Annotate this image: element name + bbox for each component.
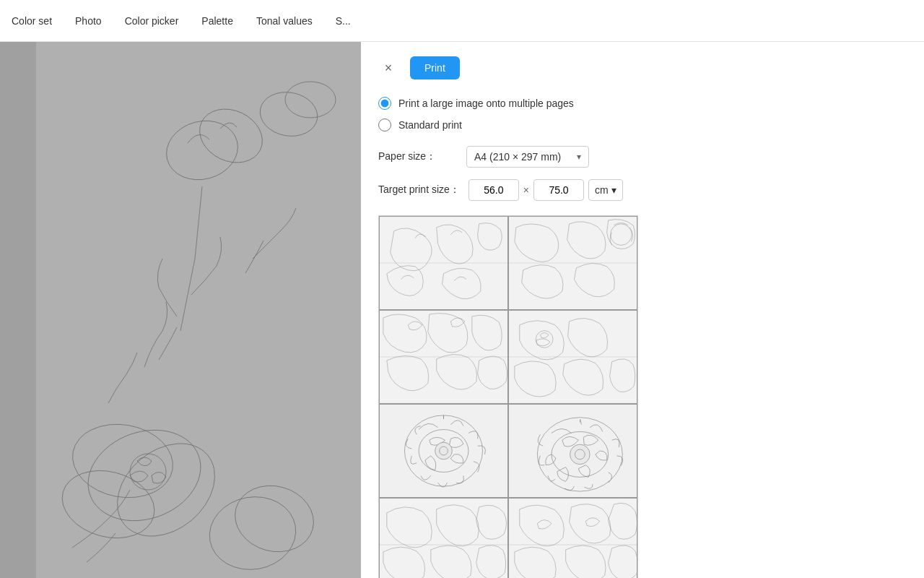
paper-size-value: A4 (210 × 297 mm)	[474, 151, 561, 163]
target-print-size-row: Target print size： × cm ▾	[378, 179, 907, 201]
paper-size-label: Paper size：	[378, 150, 458, 163]
preview-cell-1-2	[508, 216, 637, 310]
svg-rect-0	[36, 42, 361, 578]
size-separator: ×	[523, 184, 529, 196]
preview-cell-2-1	[379, 310, 508, 404]
close-icon: ×	[385, 61, 393, 76]
dialog-header: × Print	[378, 56, 907, 79]
preview-cell-3-2	[508, 404, 637, 498]
nav-item-color-set[interactable]: Color set	[12, 12, 52, 30]
nav-item-tonal-values[interactable]: Tonal values	[256, 12, 313, 30]
print-preview-grid	[378, 215, 638, 578]
background-sketch	[36, 42, 361, 578]
unit-value: cm	[595, 184, 609, 196]
size-inputs: × cm ▾	[468, 179, 623, 201]
main-area: × Print Print a large image onto multipl…	[0, 42, 924, 578]
photo-area	[0, 42, 361, 578]
print-options: Print a large image onto multiple pages …	[378, 97, 907, 131]
preview-cell-3-1	[379, 404, 508, 498]
height-input[interactable]	[533, 179, 584, 201]
print-panel: × Print Print a large image onto multipl…	[361, 42, 924, 578]
nav-item-more[interactable]: S...	[336, 12, 351, 30]
preview-cell-2-2	[508, 310, 637, 404]
sketch-overlay	[36, 42, 361, 578]
svg-point-30	[570, 444, 590, 465]
standard-print-option[interactable]: Standard print	[378, 118, 907, 131]
unit-chevron-icon: ▾	[611, 184, 616, 196]
preview-cell-1-1	[379, 216, 508, 310]
svg-rect-34	[509, 499, 637, 578]
nav-item-photo[interactable]: Photo	[75, 12, 102, 30]
svg-rect-32	[380, 499, 507, 578]
top-nav: Color set Photo Color picker Palette Ton…	[0, 0, 924, 42]
paper-size-select[interactable]: A4 (210 × 297 mm) ▾	[466, 146, 589, 168]
unit-select[interactable]: cm ▾	[588, 179, 623, 201]
svg-point-25	[435, 442, 453, 460]
multi-page-option[interactable]: Print a large image onto multiple pages	[378, 97, 907, 110]
target-size-label: Target print size：	[378, 184, 460, 197]
standard-print-label: Standard print	[398, 119, 462, 131]
standard-print-radio[interactable]	[378, 118, 391, 131]
multi-page-radio[interactable]	[378, 97, 391, 110]
width-input[interactable]	[468, 179, 519, 201]
multi-page-label: Print a large image onto multiple pages	[398, 98, 574, 109]
close-button[interactable]: ×	[378, 58, 398, 78]
preview-cell-4-1	[379, 498, 508, 578]
nav-item-color-picker[interactable]: Color picker	[125, 12, 179, 30]
chevron-down-icon: ▾	[577, 152, 581, 162]
paper-size-row: Paper size： A4 (210 × 297 mm) ▾	[378, 146, 907, 168]
print-button[interactable]: Print	[410, 56, 460, 79]
nav-item-palette[interactable]: Palette	[201, 12, 233, 30]
preview-cell-4-2	[508, 498, 637, 578]
